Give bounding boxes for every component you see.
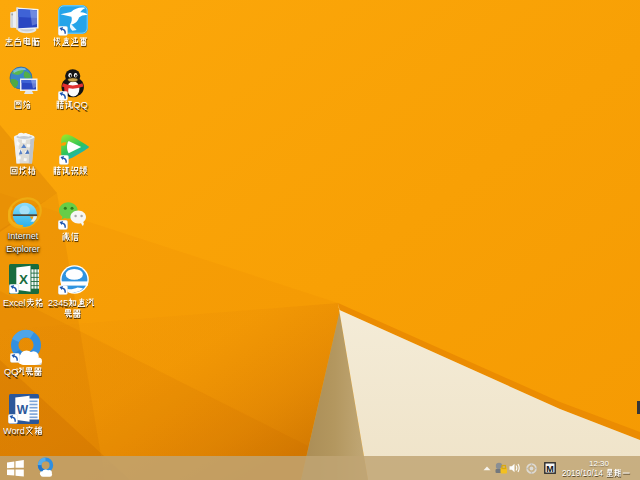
svg-text:Word: Word <box>3 426 25 436</box>
svg-text:QQ: QQ <box>4 367 18 377</box>
svg-text:M: M <box>546 464 554 474</box>
svg-text:W: W <box>17 403 29 417</box>
svg-text:Excel: Excel <box>3 298 25 308</box>
svg-text:2019/10/14: 2019/10/14 <box>562 469 603 478</box>
svg-text:X: X <box>19 272 28 287</box>
svg-text:QQ: QQ <box>74 100 88 110</box>
svg-text:2345: 2345 <box>48 298 68 308</box>
